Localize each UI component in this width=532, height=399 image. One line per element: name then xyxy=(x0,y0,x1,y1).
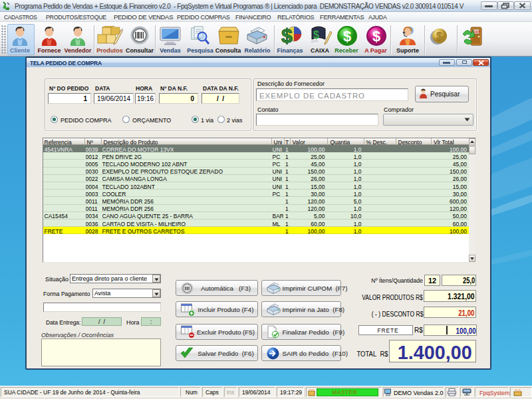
svg-text:$: $ xyxy=(343,28,351,45)
svg-text:$: $ xyxy=(281,25,293,47)
svg-text:$: $ xyxy=(313,29,319,41)
svg-text:EXIT: EXIT xyxy=(473,30,481,34)
svg-text:$: $ xyxy=(372,28,380,45)
svg-text:$: $ xyxy=(436,31,442,42)
